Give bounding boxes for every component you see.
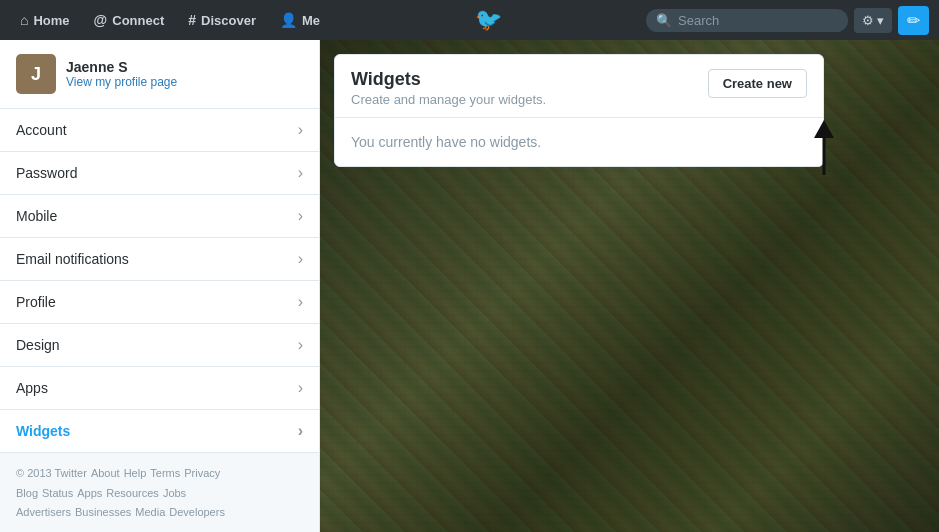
menu-item-design[interactable]: Design › bbox=[0, 324, 319, 367]
nav-connect-label: Connect bbox=[112, 13, 164, 28]
nav-right: 🔍 ⚙ ▾ ✏ bbox=[646, 6, 929, 35]
chevron-right-icon: › bbox=[298, 379, 303, 397]
widgets-panel: Widgets Create and manage your widgets. … bbox=[334, 54, 824, 167]
chevron-right-icon: › bbox=[298, 293, 303, 311]
footer-status-link[interactable]: Status bbox=[42, 485, 73, 503]
search-icon: 🔍 bbox=[656, 13, 672, 28]
connect-icon: @ bbox=[94, 12, 108, 28]
widgets-body: You currently have no widgets. bbox=[335, 118, 823, 166]
view-profile-link[interactable]: View my profile page bbox=[66, 75, 177, 89]
menu-item-mobile[interactable]: Mobile › bbox=[0, 195, 319, 238]
chevron-right-icon: › bbox=[298, 250, 303, 268]
compose-icon: ✏ bbox=[907, 12, 920, 29]
menu-item-apps[interactable]: Apps › bbox=[0, 367, 319, 410]
gear-dropdown-arrow: ▾ bbox=[877, 13, 884, 28]
menu-label-apps: Apps bbox=[16, 380, 48, 396]
search-input[interactable] bbox=[678, 13, 838, 28]
nav-me[interactable]: 👤 Me bbox=[270, 6, 330, 34]
nav-center: 🐦 bbox=[334, 7, 642, 33]
sidebar-footer: © 2013 Twitter About Help Terms Privacy … bbox=[0, 453, 319, 532]
nav-connect[interactable]: @ Connect bbox=[84, 6, 175, 34]
chevron-right-icon: › bbox=[298, 121, 303, 139]
chevron-right-icon: › bbox=[298, 336, 303, 354]
top-navigation: ⌂ Home @ Connect # Discover 👤 Me 🐦 🔍 ⚙ ▾… bbox=[0, 0, 939, 40]
menu-label-account: Account bbox=[16, 122, 67, 138]
footer-privacy-link[interactable]: Privacy bbox=[184, 465, 220, 483]
footer-blog-link[interactable]: Blog bbox=[16, 485, 38, 503]
menu-label-mobile: Mobile bbox=[16, 208, 57, 224]
footer-help-link[interactable]: Help bbox=[124, 465, 147, 483]
menu-item-widgets[interactable]: Widgets › bbox=[0, 410, 319, 453]
footer-row-2: Blog Status Apps Resources Jobs bbox=[16, 485, 303, 503]
footer-row-1: © 2013 Twitter About Help Terms Privacy bbox=[16, 465, 303, 483]
footer-terms-link[interactable]: Terms bbox=[150, 465, 180, 483]
footer-resources-link[interactable]: Resources bbox=[106, 485, 159, 503]
profile-info: Jaenne S View my profile page bbox=[66, 59, 177, 89]
widgets-header: Widgets Create and manage your widgets. … bbox=[335, 55, 823, 118]
profile-header: J Jaenne S View my profile page bbox=[0, 40, 319, 109]
search-box[interactable]: 🔍 bbox=[646, 9, 848, 32]
twitter-logo: 🐦 bbox=[475, 7, 502, 33]
user-name: Jaenne S bbox=[66, 59, 177, 75]
widgets-title: Widgets bbox=[351, 69, 546, 90]
menu-item-profile[interactable]: Profile › bbox=[0, 281, 319, 324]
no-widgets-message: You currently have no widgets. bbox=[351, 134, 807, 150]
avatar: J bbox=[16, 54, 56, 94]
menu-label-email-notifications: Email notifications bbox=[16, 251, 129, 267]
discover-icon: # bbox=[188, 12, 196, 28]
up-arrow-icon bbox=[809, 120, 839, 180]
nav-home[interactable]: ⌂ Home bbox=[10, 6, 80, 34]
nav-discover-label: Discover bbox=[201, 13, 256, 28]
menu-item-password[interactable]: Password › bbox=[0, 152, 319, 195]
main-layout: J Jaenne S View my profile page Account … bbox=[0, 40, 939, 532]
arrow-annotation bbox=[809, 120, 839, 183]
chevron-right-icon: › bbox=[298, 422, 303, 440]
compose-button[interactable]: ✏ bbox=[898, 6, 929, 35]
person-icon: 👤 bbox=[280, 12, 297, 28]
menu-item-email-notifications[interactable]: Email notifications › bbox=[0, 238, 319, 281]
menu-label-widgets: Widgets bbox=[16, 423, 70, 439]
widgets-title-block: Widgets Create and manage your widgets. bbox=[351, 69, 546, 107]
footer-apps-link[interactable]: Apps bbox=[77, 485, 102, 503]
menu-label-profile: Profile bbox=[16, 294, 56, 310]
sidebar: J Jaenne S View my profile page Account … bbox=[0, 40, 320, 532]
create-new-button[interactable]: Create new bbox=[708, 69, 807, 98]
footer-about-link[interactable]: About bbox=[91, 465, 120, 483]
footer-copyright: © 2013 Twitter bbox=[16, 465, 87, 483]
settings-button[interactable]: ⚙ ▾ bbox=[854, 8, 892, 33]
widgets-subtitle: Create and manage your widgets. bbox=[351, 92, 546, 107]
menu-label-password: Password bbox=[16, 165, 77, 181]
home-icon: ⌂ bbox=[20, 12, 28, 28]
footer-media-link[interactable]: Media bbox=[135, 504, 165, 522]
nav-me-label: Me bbox=[302, 13, 320, 28]
nav-home-label: Home bbox=[33, 13, 69, 28]
content-area: Widgets Create and manage your widgets. … bbox=[320, 40, 939, 532]
footer-advertisers-link[interactable]: Advertisers bbox=[16, 504, 71, 522]
footer-businesses-link[interactable]: Businesses bbox=[75, 504, 131, 522]
footer-jobs-link[interactable]: Jobs bbox=[163, 485, 186, 503]
menu-item-account[interactable]: Account › bbox=[0, 109, 319, 152]
footer-developers-link[interactable]: Developers bbox=[169, 504, 225, 522]
gear-icon: ⚙ bbox=[862, 13, 874, 28]
footer-row-3: Advertisers Businesses Media Developers bbox=[16, 504, 303, 522]
svg-marker-1 bbox=[814, 120, 834, 138]
chevron-right-icon: › bbox=[298, 164, 303, 182]
chevron-right-icon: › bbox=[298, 207, 303, 225]
menu-label-design: Design bbox=[16, 337, 60, 353]
settings-menu: Account › Password › Mobile › Email noti… bbox=[0, 109, 319, 453]
nav-discover[interactable]: # Discover bbox=[178, 6, 266, 34]
